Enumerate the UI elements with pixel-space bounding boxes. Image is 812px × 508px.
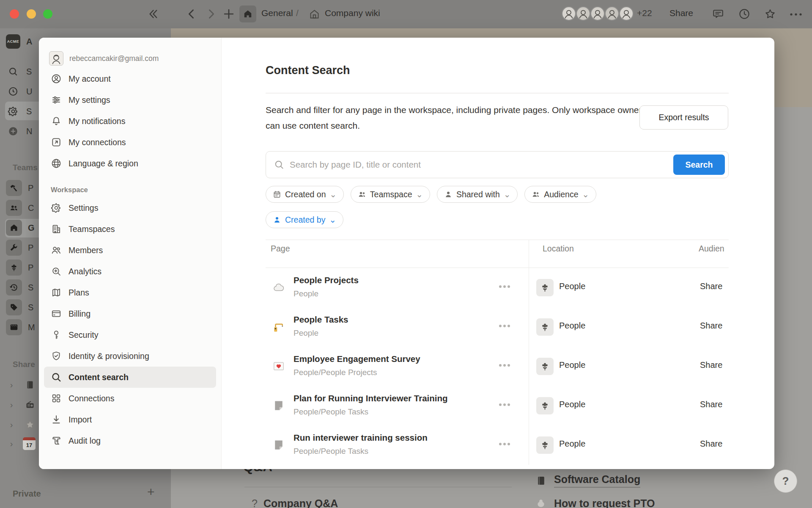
row-location[interactable]: People	[559, 439, 585, 449]
favorite-star-icon[interactable]	[764, 8, 776, 20]
chevron-right-icon[interactable]: ›	[6, 439, 17, 449]
sidebar-teamspace-item[interactable]: C	[6, 200, 34, 216]
nav-item-connections[interactable]: Connections	[44, 388, 216, 409]
sidebar-teamspace-item[interactable]: P	[6, 240, 33, 256]
breadcrumb-home-icon[interactable]	[239, 6, 256, 22]
sidebar-shared-item[interactable]: ›	[6, 398, 37, 412]
forward-icon[interactable]	[204, 7, 218, 21]
row-menu-button[interactable]	[499, 285, 510, 288]
nav-item-language-region[interactable]: Language & region	[44, 153, 216, 174]
breadcrumb-root[interactable]: General	[261, 8, 293, 18]
search-button[interactable]: Search	[673, 155, 725, 175]
filter-teamspace[interactable]: Teamspace⌄	[351, 186, 430, 203]
chevron-right-icon[interactable]: ›	[6, 420, 17, 430]
back-icon[interactable]	[184, 7, 199, 21]
sidebar-item-new-page[interactable]: N	[6, 124, 32, 138]
filter-created-by[interactable]: Created by⌄	[266, 211, 343, 228]
row-location[interactable]: People	[559, 400, 585, 409]
sidebar-teamspace-item[interactable]: P	[6, 180, 33, 196]
page-description: Search and filter for any page in the wo…	[266, 102, 648, 133]
nav-item-members[interactable]: Members	[44, 240, 216, 261]
avatar[interactable]	[590, 6, 605, 21]
row-menu-button[interactable]	[499, 364, 510, 367]
column-header-audience[interactable]: Audien	[699, 244, 729, 254]
sliders-icon	[51, 94, 62, 105]
filter-shared-with[interactable]: Shared with⌄	[437, 186, 518, 203]
breadcrumb-page[interactable]: Company wiki	[325, 8, 380, 18]
sidebar-section-private[interactable]: Private	[13, 489, 41, 499]
column-header-page[interactable]: Page	[271, 244, 290, 254]
sidebar-teamspace-item[interactable]: S	[6, 299, 33, 315]
history-icon[interactable]	[738, 8, 751, 20]
nav-item-analytics[interactable]: Analytics	[44, 261, 216, 282]
row-location[interactable]: People	[559, 321, 585, 331]
avatar-overflow-count[interactable]: +22	[637, 8, 652, 18]
software-catalog-link[interactable]: Software Catalog	[534, 473, 640, 488]
help-button[interactable]: ?	[774, 469, 797, 493]
filter-audience[interactable]: Audience⌄	[524, 186, 596, 203]
nav-item-my-connections[interactable]: My connections	[44, 132, 216, 153]
row-menu-button[interactable]	[499, 325, 510, 327]
table-row[interactable]: People Projects People People Share	[266, 268, 729, 307]
sidebar-section-shared[interactable]: Share	[13, 360, 35, 369]
sidebar-teamspace-item-general[interactable]: G	[6, 220, 35, 236]
nav-item-import[interactable]: Import	[44, 409, 216, 430]
user-avatar	[49, 51, 63, 66]
table-row[interactable]: Plan for Running Interviewer Training Pe…	[266, 386, 729, 425]
row-menu-button[interactable]	[499, 403, 510, 406]
nav-item-plans[interactable]: Plans	[44, 282, 216, 303]
traffic-close-button[interactable]	[10, 9, 19, 19]
nav-item-settings[interactable]: Settings	[44, 197, 216, 218]
add-private-page-button[interactable]: +	[147, 485, 155, 499]
chevron-right-icon[interactable]: ›	[6, 380, 17, 390]
chevron-right-icon[interactable]: ›	[6, 400, 17, 410]
row-menu-button[interactable]	[499, 443, 510, 445]
avatar[interactable]	[562, 6, 576, 21]
love-letter-page-icon	[272, 360, 285, 373]
nav-item-content-search[interactable]: Content search	[44, 367, 216, 388]
new-tab-icon[interactable]	[222, 7, 236, 21]
nav-item-my-settings[interactable]: My settings	[44, 89, 216, 110]
sidebar-collapse-icon[interactable]	[145, 7, 160, 21]
avatar[interactable]	[605, 6, 619, 21]
sidebar-teamspace-item[interactable]: M	[6, 319, 35, 335]
company-qa-link[interactable]: ? Company Q&A	[252, 497, 338, 508]
traffic-minimize-button[interactable]	[27, 9, 36, 19]
sidebar-shared-item[interactable]: ›	[6, 378, 37, 392]
sidebar-item-search[interactable]: S	[6, 64, 32, 79]
avatar[interactable]	[619, 6, 634, 21]
person-circle-icon	[51, 73, 62, 84]
nav-item-teamspaces[interactable]: Teamspaces	[44, 218, 216, 240]
sidebar-shared-item[interactable]: › 17	[6, 437, 36, 450]
comments-icon[interactable]	[712, 8, 724, 20]
sidebar-workspace-switcher[interactable]: ACME A	[6, 34, 32, 49]
nav-item-security[interactable]: Security	[44, 324, 216, 345]
search-input[interactable]	[290, 152, 673, 178]
request-pto-link[interactable]: How to request PTO	[534, 496, 655, 508]
table-row[interactable]: Employee Engagement Survey People/People…	[266, 347, 729, 386]
nav-item-identity-provisioning[interactable]: Identity & provisioning	[44, 345, 216, 367]
sidebar-teamspace-item-people[interactable]: P	[6, 260, 33, 276]
share-button[interactable]: Share	[669, 8, 693, 18]
export-results-button[interactable]: Export results	[639, 105, 728, 130]
nav-item-my-account[interactable]: My account	[44, 68, 216, 89]
table-row[interactable]: People Tasks People People Share	[266, 307, 729, 347]
sidebar-item-updates[interactable]: U	[6, 84, 32, 99]
more-options-icon[interactable]	[789, 12, 803, 17]
traffic-zoom-button[interactable]	[43, 9, 52, 19]
filter-created-on[interactable]: Created on⌄	[266, 186, 344, 203]
sidebar-item-settings[interactable]: S	[6, 104, 32, 119]
building-icon	[51, 224, 62, 235]
nav-item-audit-log[interactable]: Audit log	[44, 430, 216, 451]
sidebar-shared-item[interactable]: ›	[6, 417, 37, 432]
sidebar-section-teamspaces[interactable]: Teams	[13, 163, 38, 172]
nav-item-billing[interactable]: Billing	[44, 303, 216, 324]
nav-item-my-notifications[interactable]: My notifications	[44, 110, 216, 132]
table-row[interactable]: Run interviewer training session People/…	[266, 425, 729, 465]
sidebar-teamspace-item[interactable]: S	[6, 279, 33, 295]
row-location[interactable]: People	[559, 360, 585, 370]
breadcrumb-separator: /	[296, 8, 299, 18]
avatar[interactable]	[576, 6, 590, 21]
row-location[interactable]: People	[559, 282, 585, 291]
column-header-location[interactable]: Location	[543, 244, 574, 254]
